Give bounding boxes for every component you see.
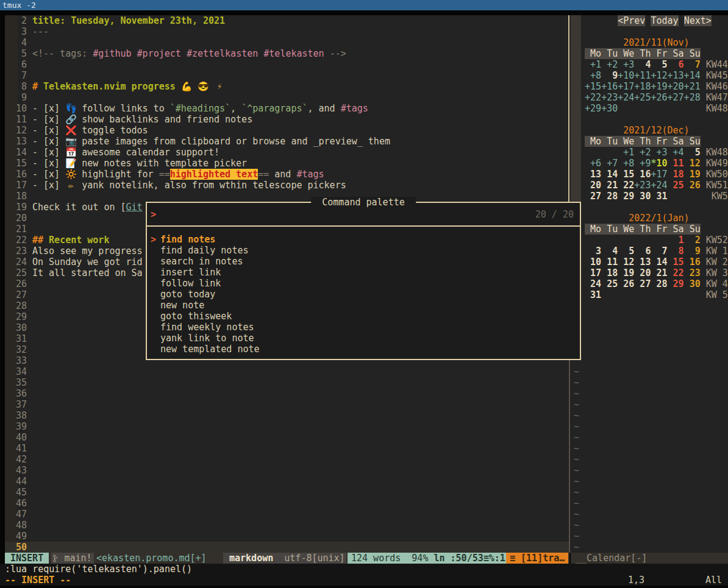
calendar-day-saturday[interactable]: 29 (668, 278, 684, 289)
editor-line[interactable]: 48 (5, 520, 32, 531)
calendar-days[interactable]: 24 25 26 27 28 (585, 278, 667, 289)
calendar-days-marked[interactable]: +22+23+24+25+26+27+28 (585, 92, 701, 103)
calendar-day-sunday[interactable]: 2 (695, 235, 701, 246)
editor-line[interactable]: 17- [x] ✏ yank notelink, also from wthin… (5, 180, 346, 191)
calendar-row[interactable]: 27 28 29 30 31 KW5 (574, 191, 728, 202)
palette-item[interactable]: goto thisweek (147, 311, 580, 322)
calendar-row[interactable]: 13 14 15 16+17 18 19 KW50 (574, 169, 728, 180)
calendar-day-saturday[interactable]: 6 (668, 59, 684, 70)
palette-item[interactable]: >find notes (147, 234, 580, 245)
palette-item[interactable]: yank link to note (147, 333, 580, 344)
editor-line[interactable]: 45 (5, 487, 32, 498)
calendar-day-sunday[interactable]: 19 (684, 169, 701, 180)
calendar-row[interactable]: Mo Tu We Th Fr Sa Su (574, 136, 701, 147)
calendar-day-sunday[interactable]: 30 (684, 278, 701, 289)
calendar-row[interactable]: <Prev Today Next> (574, 15, 712, 26)
calendar-button[interactable]: Next> (684, 15, 712, 26)
calendar-row[interactable]: 2021/11(Nov) (574, 37, 690, 48)
calendar-day-sunday[interactable]: 12 (684, 158, 701, 169)
editor-line[interactable]: 11- [x] 🔗 show backlinks and friend note… (5, 114, 252, 125)
editor-line[interactable]: 40 (5, 432, 32, 443)
editor-line[interactable]: 32 (5, 344, 32, 355)
calendar-row[interactable]: +1 +2 +3 4 5 6 7 KW44 (574, 59, 728, 70)
editor-line[interactable]: 46 (5, 498, 32, 509)
palette-item[interactable]: find weekly notes (147, 322, 580, 333)
editor-line[interactable]: 42 (5, 454, 32, 465)
calendar-day-saturday[interactable]: 22 (668, 267, 684, 278)
tag[interactable]: #project (137, 48, 181, 59)
palette-item[interactable]: search in notes (147, 256, 580, 267)
editor-line[interactable]: 21 (5, 224, 32, 235)
editor-line[interactable]: 20 (5, 213, 32, 224)
editor-line[interactable]: 27 (5, 289, 32, 300)
palette-item[interactable]: goto today (147, 289, 580, 300)
editor-line[interactable]: 5<!-- tags: #github #project #zettelkast… (5, 48, 346, 59)
calendar-day-saturday[interactable]: 1 (679, 235, 684, 246)
palette-item[interactable]: new note (147, 300, 580, 311)
editor-line[interactable]: 47 (5, 509, 32, 520)
editor-line[interactable]: 44 (5, 476, 32, 487)
editor-line[interactable]: 35 (5, 377, 32, 388)
tag[interactable]: #tags (341, 103, 368, 114)
editor-line[interactable]: 26 (5, 278, 32, 289)
calendar-row[interactable]: 20 21 22+23+24 25 26 KW51 (574, 180, 728, 191)
calendar-days[interactable]: 3 4 5 6 7 (585, 246, 667, 257)
calendar-row[interactable]: 2021/12(Dec) (574, 125, 690, 136)
calendar-days-marked[interactable]: +29+30 (585, 103, 618, 114)
editor-line[interactable]: 38 (5, 410, 32, 421)
editor-line[interactable]: 3--- (5, 26, 49, 37)
calendar-day-sunday[interactable]: 16 (684, 257, 701, 267)
editor-line[interactable]: 10- [x] 👣 follow links to `#headings`, `… (5, 103, 368, 114)
editor-line[interactable]: 33 (5, 355, 32, 366)
calendar-row[interactable]: 2022/1(Jan) (574, 213, 690, 224)
calendar-day-today[interactable]: 10 (656, 158, 667, 169)
calendar-days[interactable]: 13 14 15 16 (585, 169, 651, 180)
editor-line[interactable]: 14- [x] 📅 awesome calendar support! (5, 147, 219, 158)
calendar-days[interactable]: 9 (601, 70, 618, 81)
editor-line[interactable]: 7 (5, 70, 32, 81)
calendar-row[interactable]: Mo Tu We Th Fr Sa Su (574, 224, 701, 235)
tag[interactable]: #zettelkasten (187, 48, 258, 59)
calendar-row[interactable]: 3 4 5 6 7 8 9 KW 1 (574, 246, 728, 257)
calendar-days-marked[interactable]: +8 (590, 70, 601, 81)
calendar-day-sunday[interactable]: 26 (684, 180, 701, 191)
editor-line[interactable]: 4 (5, 37, 32, 48)
calendar-row[interactable]: Mo Tu We Th Fr Sa Su (574, 48, 701, 59)
calendar-row[interactable]: +6 +7 +8 +9*10 11 12 KW49 (574, 158, 728, 169)
calendar-row[interactable]: 1 2 KW52 (574, 235, 728, 246)
editor-line[interactable]: 13- [x] 📷 paste images from clipboard or… (5, 136, 390, 147)
tag[interactable]: #telekasten (263, 48, 324, 59)
tag[interactable]: #tags (296, 169, 324, 180)
palette-item[interactable]: follow link (147, 278, 580, 289)
calendar-button[interactable]: <Prev (618, 15, 645, 26)
calendar-row[interactable]: 17 18 19 20 21 22 23 KW 3 (574, 267, 728, 278)
calendar-days[interactable]: 27 28 29 30 31 (585, 191, 667, 202)
calendar-row[interactable]: +1 +2 +3 +4 5 KW48 (574, 147, 728, 158)
tag[interactable]: #github (93, 48, 131, 59)
editor-line[interactable]: 6 (5, 59, 32, 70)
calendar-row[interactable]: +29+30 KW48 (574, 103, 728, 114)
palette-item[interactable]: insert link (147, 267, 580, 278)
palette-item[interactable]: find daily notes (147, 245, 580, 256)
calendar-row[interactable]: 10 11 12 13 14 15 16 KW 2 (574, 257, 728, 267)
calendar-days[interactable]: 31 (585, 289, 601, 300)
editor-line[interactable]: 19Check it out on [Git (5, 202, 143, 213)
calendar-days[interactable]: 17 18 19 20 21 (585, 267, 667, 278)
editor-line[interactable]: 36 (5, 388, 32, 399)
calendar-day-saturday[interactable]: 11 (668, 158, 684, 169)
editor-line[interactable]: 39 (5, 421, 32, 432)
editor-line[interactable]: 43 (5, 465, 32, 476)
editor-line[interactable]: 12- [x] ❌ toggle todos (5, 125, 148, 136)
link[interactable]: Git (126, 202, 143, 213)
calendar-days-marked[interactable]: +1 +2 +3 (590, 59, 634, 70)
editor-line[interactable]: 50 (5, 542, 32, 553)
calendar-days[interactable]: 10 11 12 13 14 (585, 257, 667, 267)
palette-item[interactable]: new templated note (147, 344, 580, 355)
editor-line[interactable]: 34 (5, 366, 32, 377)
calendar-day-saturday[interactable]: 8 (668, 246, 684, 257)
calendar-row[interactable]: 31 KW 5 (574, 289, 728, 300)
command-line[interactable]: :lua require('telekasten').panel() (5, 564, 192, 575)
editor-line[interactable]: 25It all started on Sa (5, 267, 143, 278)
calendar-day-saturday[interactable]: 18 (668, 169, 684, 180)
calendar-row[interactable]: 24 25 26 27 28 29 30 KW 4 (574, 278, 728, 289)
